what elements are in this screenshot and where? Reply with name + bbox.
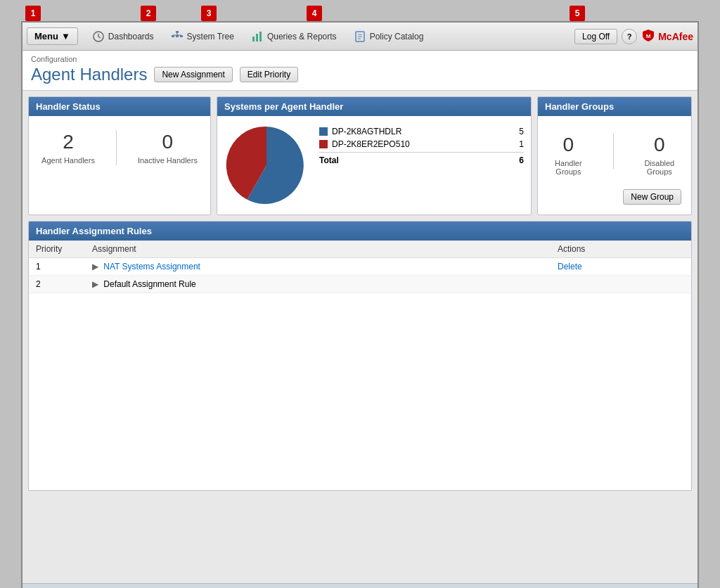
annotation-5: 5 bbox=[570, 6, 585, 21]
groups-count-stat: 0 Handler Groups bbox=[545, 134, 592, 176]
menu-arrow: ▼ bbox=[61, 31, 70, 41]
clock-icon bbox=[92, 30, 105, 43]
page-title: Agent Handlers bbox=[31, 65, 147, 84]
page-header: Configuration Agent Handlers New Assignm… bbox=[22, 51, 698, 91]
legend-color-2 bbox=[319, 140, 328, 148]
brand-name: McAfee bbox=[658, 31, 693, 42]
table-row: 1 ▶ NAT Systems Assignment Delete bbox=[29, 258, 691, 276]
svg-rect-10 bbox=[252, 37, 255, 41]
groups-label: Handler Groups bbox=[545, 159, 592, 176]
nav-policy-catalog[interactable]: Policy Catalog bbox=[347, 27, 431, 46]
expand-arrow-2: ▶ bbox=[92, 279, 98, 289]
handler-status-panel: Handler Status 2 Agent Handlers 0 Inacti… bbox=[28, 96, 211, 215]
empty-space bbox=[29, 293, 691, 490]
delete-link-1[interactable]: Delete bbox=[558, 262, 582, 271]
nav-items: Dashboards System Tree Queries & Reports bbox=[85, 27, 574, 46]
svg-line-2 bbox=[98, 37, 101, 38]
svg-rect-12 bbox=[259, 32, 262, 41]
row2-priority: 2 bbox=[29, 276, 85, 293]
row1-actions: Delete bbox=[551, 258, 691, 276]
catalog-icon bbox=[354, 30, 366, 43]
legend-name-2: DP-2K8ER2EPO510 bbox=[332, 139, 506, 149]
col-assignment: Assignment bbox=[85, 241, 551, 258]
annotation-3: 3 bbox=[201, 6, 217, 21]
groups-stat-divider bbox=[613, 134, 614, 169]
annotation-4: 4 bbox=[307, 6, 322, 21]
row1-priority: 1 bbox=[29, 258, 85, 276]
page-title-row: Agent Handlers New Assignment Edit Prior… bbox=[31, 65, 689, 84]
help-button[interactable]: ? bbox=[622, 29, 637, 44]
handler-groups-panel: Handler Groups 0 Handler Groups 0 Disabl… bbox=[537, 96, 692, 215]
annotation-1: 1 bbox=[25, 6, 41, 21]
main-content: Handler Status 2 Agent Handlers 0 Inacti… bbox=[22, 91, 698, 583]
legend-color-1 bbox=[319, 127, 328, 136]
inactive-handlers-label: Inactive Handlers bbox=[138, 156, 198, 165]
new-group-button[interactable]: New Group bbox=[623, 189, 681, 205]
legend-total: Total 6 bbox=[319, 152, 524, 165]
agent-handlers-stat: 2 Agent Handlers bbox=[41, 131, 95, 165]
chart-legend: DP-2K8AGTHDLR 5 DP-2K8ER2EPO510 1 Total … bbox=[319, 123, 524, 207]
svg-rect-3 bbox=[176, 31, 179, 33]
legend-item-2: DP-2K8ER2EPO510 1 bbox=[319, 139, 524, 149]
handler-status-header: Handler Status bbox=[29, 97, 210, 116]
dashboards-label: Dashboards bbox=[108, 32, 154, 41]
agent-handlers-count: 2 bbox=[41, 131, 95, 153]
groups-count: 0 bbox=[545, 134, 592, 156]
handler-groups-header: Handler Groups bbox=[538, 97, 691, 116]
queries-reports-label: Queries & Reports bbox=[267, 32, 337, 41]
agent-handlers-label: Agent Handlers bbox=[41, 156, 95, 165]
legend-item-1: DP-2K8AGTHDLR 5 bbox=[319, 127, 524, 136]
handler-status-body: 2 Agent Handlers 0 Inactive Handlers bbox=[29, 116, 210, 179]
expand-arrow-1: ▶ bbox=[92, 262, 98, 271]
assignment-table-head: Priority Assignment Actions bbox=[29, 241, 691, 258]
nav-dashboards[interactable]: Dashboards bbox=[85, 27, 161, 46]
inactive-handlers-stat: 0 Inactive Handlers bbox=[138, 131, 198, 165]
bottom-bar: Actions ▼ bbox=[22, 583, 698, 588]
nav-right: Log Off ? M McAfee bbox=[574, 28, 693, 44]
col-priority: Priority bbox=[29, 241, 85, 258]
table-header-row: Priority Assignment Actions bbox=[29, 241, 691, 258]
chart-icon bbox=[251, 30, 264, 43]
pie-chart bbox=[224, 123, 309, 207]
menu-button[interactable]: Menu ▼ bbox=[27, 27, 78, 45]
assignment-table: Priority Assignment Actions 1 ▶ NAT Syst… bbox=[29, 241, 691, 293]
inactive-handlers-count: 0 bbox=[138, 131, 198, 153]
legend-name-1: DP-2K8AGTHDLR bbox=[332, 127, 506, 136]
nat-assignment-link[interactable]: NAT Systems Assignment bbox=[103, 262, 200, 271]
systems-panel-header: Systems per Agent Handler bbox=[217, 97, 531, 116]
systems-panel: Systems per Agent Handler bbox=[217, 96, 532, 215]
nav-system-tree[interactable]: System Tree bbox=[164, 27, 241, 46]
edit-priority-button[interactable]: Edit Priority bbox=[240, 67, 298, 82]
svg-rect-11 bbox=[256, 34, 258, 41]
disabled-count: 0 bbox=[635, 134, 684, 156]
row2-actions bbox=[551, 276, 691, 293]
new-group-row: New Group bbox=[545, 186, 684, 207]
nav-bar: Menu ▼ Dashboards System Tree bbox=[22, 23, 698, 51]
total-label: Total bbox=[319, 155, 339, 165]
disabled-groups-stat: 0 Disabled Groups bbox=[635, 134, 684, 176]
disabled-label: Disabled Groups bbox=[635, 159, 684, 176]
tree-icon bbox=[171, 30, 184, 43]
new-assignment-button[interactable]: New Assignment bbox=[154, 67, 232, 82]
default-assignment-label: Default Assignment Rule bbox=[103, 279, 195, 289]
nav-queries-reports[interactable]: Queries & Reports bbox=[244, 27, 344, 46]
assignment-rules-header: Handler Assignment Rules bbox=[29, 222, 691, 241]
policy-catalog-label: Policy Catalog bbox=[370, 32, 424, 41]
mcafee-logo: M McAfee bbox=[641, 28, 693, 44]
logoff-button[interactable]: Log Off bbox=[574, 29, 617, 44]
groups-stats: 0 Handler Groups 0 Disabled Groups bbox=[545, 123, 684, 186]
panels-row: Handler Status 2 Agent Handlers 0 Inacti… bbox=[28, 96, 692, 215]
assignment-panel: Handler Assignment Rules Priority Assign… bbox=[28, 221, 692, 491]
annotation-2: 2 bbox=[141, 6, 156, 21]
table-row: 2 ▶ Default Assignment Rule bbox=[29, 276, 691, 293]
svg-text:M: M bbox=[646, 33, 651, 39]
stat-divider bbox=[116, 130, 117, 165]
row1-assignment: ▶ NAT Systems Assignment bbox=[85, 258, 551, 276]
col-actions: Actions bbox=[551, 241, 691, 258]
legend-count-1: 5 bbox=[510, 127, 524, 136]
menu-label: Menu bbox=[34, 31, 58, 41]
total-count: 6 bbox=[519, 155, 524, 165]
system-tree-label: System Tree bbox=[187, 32, 234, 41]
handler-groups-body: 0 Handler Groups 0 Disabled Groups New G… bbox=[538, 116, 691, 215]
assignment-table-body: 1 ▶ NAT Systems Assignment Delete 2 bbox=[29, 258, 691, 293]
